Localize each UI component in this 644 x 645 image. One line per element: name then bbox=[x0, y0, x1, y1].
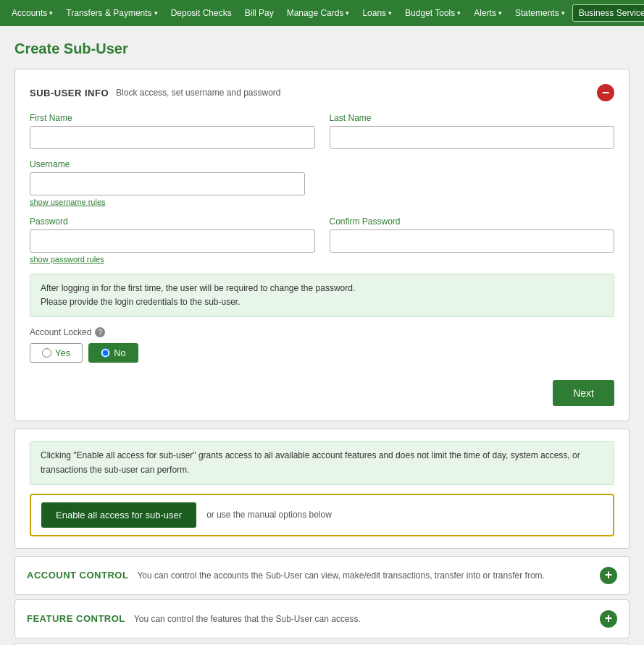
info-text-line2: Please provide the login credentials to … bbox=[41, 295, 603, 309]
username-row: Username show username rules bbox=[30, 159, 614, 206]
feature-control-header[interactable]: FEATURE CONTROL You can control the feat… bbox=[15, 600, 629, 638]
show-password-rules-link[interactable]: show password rules bbox=[30, 255, 315, 264]
first-name-group: First Name bbox=[30, 113, 315, 149]
account-locked-no-option[interactable]: No bbox=[88, 343, 138, 363]
or-text: or use the manual options below bbox=[206, 510, 332, 520]
account-control-section: ACCOUNT CONTROL You can control the acco… bbox=[14, 556, 630, 595]
chevron-down-icon: ▾ bbox=[457, 9, 461, 17]
account-locked-yes-radio[interactable] bbox=[42, 348, 51, 358]
nav-loans[interactable]: Loans ▾ bbox=[356, 5, 398, 21]
username-label: Username bbox=[30, 159, 305, 169]
nav-manage-cards[interactable]: Manage Cards ▾ bbox=[281, 5, 356, 21]
last-name-label: Last Name bbox=[330, 113, 615, 123]
confirm-password-group: Confirm Password bbox=[330, 216, 615, 264]
show-username-rules-link[interactable]: show username rules bbox=[30, 198, 305, 206]
chevron-down-icon: ▾ bbox=[388, 9, 392, 17]
name-row: First Name Last Name bbox=[30, 113, 614, 149]
account-control-title: ACCOUNT CONTROL bbox=[27, 570, 128, 581]
nav-budget-tools[interactable]: Budget Tools ▾ bbox=[399, 5, 467, 21]
collapse-sub-user-info-button[interactable]: − bbox=[597, 84, 614, 101]
account-locked-radio-group: Yes No bbox=[30, 343, 614, 366]
password-label: Password bbox=[30, 216, 315, 227]
password-row: Password show password rules Confirm Pas… bbox=[30, 216, 614, 264]
info-text-line1: After logging in for the first time, the… bbox=[41, 282, 603, 295]
first-name-input[interactable] bbox=[30, 126, 315, 149]
username-input[interactable] bbox=[30, 172, 305, 195]
page-title: Create Sub-User bbox=[14, 41, 630, 57]
chevron-down-icon: ▾ bbox=[498, 9, 502, 17]
confirm-password-input[interactable] bbox=[330, 229, 615, 253]
sub-user-info-desc: Block access, set username and password bbox=[116, 88, 280, 98]
last-name-input[interactable] bbox=[330, 126, 615, 149]
password-info-box: After logging in for the first time, the… bbox=[30, 274, 614, 317]
account-locked-label: Account Locked bbox=[30, 327, 91, 337]
account-locked-help-icon[interactable]: ? bbox=[95, 327, 105, 337]
account-locked-row: Account Locked ? bbox=[30, 327, 614, 337]
sub-user-info-header: SUB-USER INFO Block access, set username… bbox=[30, 84, 614, 101]
enable-access-box: Clicking "Enable all access for sub-user… bbox=[14, 429, 630, 548]
nav-transfers-payments[interactable]: Transfers & Payments ▾ bbox=[60, 5, 163, 21]
chevron-down-icon: ▾ bbox=[561, 9, 565, 17]
nav-business-services[interactable]: Business Services ▾ bbox=[572, 4, 644, 22]
username-group: Username show username rules bbox=[30, 159, 305, 206]
nav-deposit-checks[interactable]: Deposit Checks bbox=[165, 5, 238, 21]
chevron-down-icon: ▾ bbox=[346, 9, 349, 17]
enable-access-info-text: Clicking "Enable all access for sub-user… bbox=[30, 441, 614, 484]
sub-user-info-label: SUB-USER INFO bbox=[30, 88, 109, 98]
account-control-desc: You can control the accounts the Sub-Use… bbox=[137, 570, 545, 581]
next-button[interactable]: Next bbox=[553, 380, 614, 406]
nav-statements[interactable]: Statements ▾ bbox=[509, 5, 571, 21]
account-locked-yes-option[interactable]: Yes bbox=[30, 343, 83, 363]
enable-access-row: Enable all access for sub-user or use th… bbox=[30, 494, 614, 536]
account-control-header[interactable]: ACCOUNT CONTROL You can control the acco… bbox=[15, 557, 629, 594]
enable-all-access-button[interactable]: Enable all access for sub-user bbox=[41, 502, 196, 528]
chevron-down-icon: ▾ bbox=[49, 9, 53, 17]
nav-bill-pay[interactable]: Bill Pay bbox=[239, 5, 280, 21]
last-name-group: Last Name bbox=[330, 113, 615, 149]
account-locked-no-radio[interactable] bbox=[101, 348, 110, 358]
password-group: Password show password rules bbox=[30, 216, 315, 264]
nav-accounts[interactable]: Accounts ▾ bbox=[6, 5, 59, 21]
main-nav: Accounts ▾ Transfers & Payments ▾ Deposi… bbox=[0, 0, 644, 26]
nav-alerts[interactable]: Alerts ▾ bbox=[468, 5, 508, 21]
first-name-label: First Name bbox=[30, 113, 315, 123]
sub-user-info-card: SUB-USER INFO Block access, set username… bbox=[14, 69, 630, 421]
expand-feature-control-button[interactable]: + bbox=[600, 610, 617, 628]
chevron-down-icon: ▾ bbox=[154, 9, 158, 17]
feature-control-desc: You can control the features that the Su… bbox=[134, 614, 361, 624]
feature-control-title: FEATURE CONTROL bbox=[27, 613, 125, 624]
feature-control-section: FEATURE CONTROL You can control the feat… bbox=[14, 599, 630, 638]
confirm-password-label: Confirm Password bbox=[330, 216, 615, 227]
password-input[interactable] bbox=[30, 229, 315, 253]
expand-account-control-button[interactable]: + bbox=[600, 567, 617, 584]
